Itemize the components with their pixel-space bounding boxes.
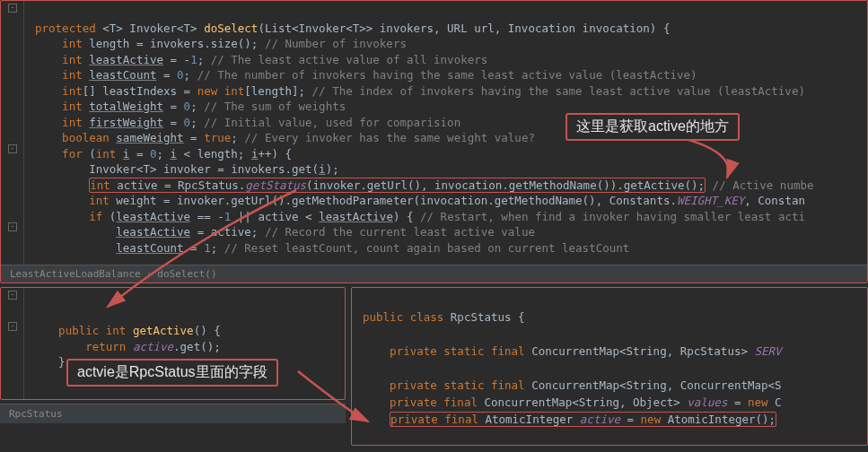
code-line: private static final ConcurrentMap<Strin…	[363, 378, 782, 392]
code-line: int[] leastIndexs = new int[length]; // …	[35, 84, 805, 98]
code-line: int leastCount = 0; // The number of inv…	[35, 68, 697, 82]
main-code-editor[interactable]: - - - protected <T> Invoker<T> doSelect(…	[0, 0, 868, 283]
breadcrumb[interactable]: RpcStatus	[0, 404, 346, 423]
code-line: int active = RpcStatus.getStatus(invoker…	[35, 178, 814, 193]
code-line: return active.get();	[31, 340, 221, 353]
code-line: public class RpcStatus {	[363, 310, 525, 324]
code-line: int totalWeight = 0; // The sum of weigh…	[35, 100, 346, 113]
code-line: public int getActive() {	[31, 324, 221, 337]
annotation-callout: actvie是RpcStatus里面的字段	[66, 359, 278, 387]
code-line: leastCount = 1; // Reset leastCount, cou…	[35, 241, 629, 255]
code-line: if (leastActive == -1 || active < leastA…	[35, 210, 805, 223]
code-line: private static final ConcurrentMap<Strin…	[363, 344, 782, 358]
annotation-callout: 这里是获取active的地方	[566, 113, 740, 141]
code-line: Invoker<T> invoker = invokers.get(i);	[35, 162, 339, 176]
code-line: int length = invokers.size(); // Number …	[35, 37, 407, 50]
code-line: private final ConcurrentMap<String, Obje…	[363, 396, 782, 409]
code-line: private final AtomicInteger active = new…	[363, 412, 776, 427]
code-line: protected <T> Invoker<T> doSelect(List<I…	[35, 22, 670, 35]
code-line: leastActive = active; // Record the curr…	[35, 225, 535, 239]
breadcrumb-class[interactable]: LeastActiveLoadBalance	[10, 268, 141, 280]
class-code-editor[interactable]: public class RpcStatus { private static …	[351, 287, 868, 446]
code-line: int firstWeight = 0; // Initial value, u…	[35, 116, 460, 129]
chevron-right-icon: ›	[146, 268, 153, 280]
code-line: int leastActive = -1; // The least activ…	[35, 53, 487, 66]
breadcrumb-class[interactable]: RpcStatus	[9, 408, 63, 420]
fold-icon[interactable]: -	[8, 291, 17, 300]
gutter: - -	[1, 288, 24, 399]
code-line: for (int i = 0; i < length; i++) {	[35, 147, 292, 161]
code-line: }	[31, 355, 66, 369]
fold-icon[interactable]: -	[8, 322, 17, 331]
breadcrumb[interactable]: LeastActiveLoadBalance › doSelect()	[1, 265, 867, 282]
breadcrumb-method[interactable]: doSelect()	[157, 268, 216, 280]
code-line: boolean sameWeight = true; // Every invo…	[35, 131, 535, 144]
code-line: int weight = invoker.getUrl().getMethodP…	[35, 194, 805, 207]
